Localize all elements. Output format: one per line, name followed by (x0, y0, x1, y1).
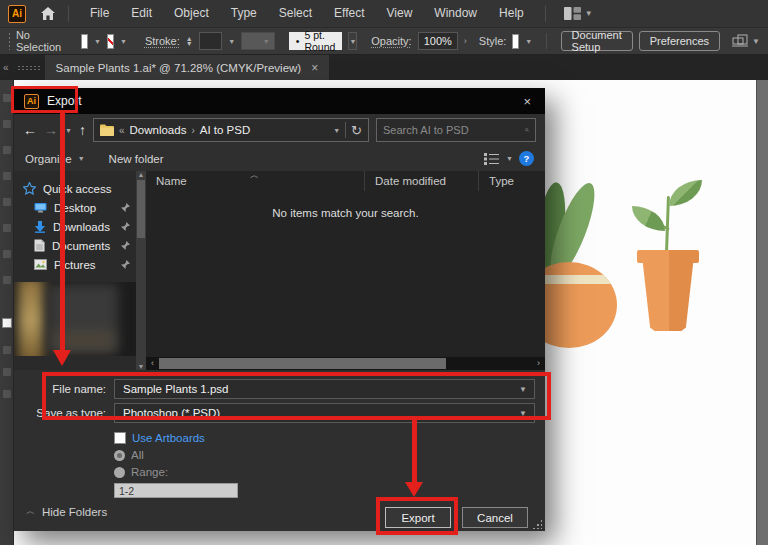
pin-icon[interactable] (121, 241, 130, 250)
menu-object[interactable]: Object (165, 0, 218, 27)
all-radio[interactable] (114, 450, 125, 461)
menu-edit[interactable]: Edit (122, 0, 161, 27)
horizontal-scrollbar[interactable]: ‹ › (146, 357, 545, 370)
illustrator-app-icon[interactable]: Ai (8, 5, 26, 23)
use-artboards-label[interactable]: Use Artboards (132, 432, 205, 444)
stroke-label[interactable]: Stroke: (145, 35, 180, 47)
column-label: Name (156, 175, 187, 187)
forward-button[interactable]: → (44, 122, 58, 138)
up-button[interactable]: ↑ (79, 122, 86, 138)
stroke-weight-stepper[interactable]: ▲▼ (186, 36, 193, 46)
address-dropdown-chevron[interactable]: ▼ (333, 127, 340, 134)
home-icon[interactable] (40, 6, 56, 21)
stroke-color-swatch-none[interactable] (107, 34, 114, 49)
pin-icon[interactable] (121, 222, 130, 231)
search-input[interactable] (383, 124, 525, 136)
chevron-right-icon[interactable]: › (464, 36, 467, 46)
annotation-arrow-line (60, 113, 65, 350)
workspace-switcher-icon[interactable]: ▼ (564, 7, 593, 20)
brush-preview-dot: • (296, 35, 300, 47)
sidebar-item-desktop[interactable]: Desktop (14, 198, 136, 217)
chevron-down-icon[interactable]: ▼ (94, 38, 101, 45)
sidebar-item-documents[interactable]: Documents (14, 236, 136, 255)
menu-select[interactable]: Select (270, 0, 321, 27)
opacity-field[interactable]: 100% (418, 32, 458, 50)
breadcrumb-downloads[interactable]: Downloads (130, 124, 187, 136)
panel-collapse-icon[interactable]: « (3, 62, 9, 73)
scrollbar-thumb[interactable] (137, 180, 145, 238)
chevron-down-icon[interactable]: ▼ (228, 38, 235, 45)
menu-file[interactable]: File (81, 0, 118, 27)
range-label: Range: (131, 466, 168, 478)
chevron-down-icon[interactable]: ▼ (120, 38, 127, 45)
scrollbar-track[interactable] (159, 357, 532, 370)
scroll-up-icon[interactable]: ▲ (138, 171, 145, 178)
opacity-label[interactable]: Opacity: (371, 35, 411, 47)
variable-width-profile-dropdown[interactable]: ▼ (241, 32, 275, 50)
sidebar-item-label: Quick access (43, 183, 130, 195)
preferences-button[interactable]: Preferences (639, 31, 720, 51)
column-header-type[interactable]: Type (478, 171, 545, 191)
refresh-icon[interactable]: ↻ (351, 123, 362, 138)
pin-icon[interactable] (121, 203, 130, 212)
use-artboards-checkbox[interactable] (114, 432, 126, 444)
close-tab-icon[interactable]: × (311, 61, 318, 75)
recent-locations-chevron[interactable]: ▼ (65, 127, 72, 134)
back-button[interactable]: ← (23, 122, 37, 138)
menu-window[interactable]: Window (425, 0, 486, 27)
sidebar-item-quick-access[interactable]: Quick access (14, 179, 136, 198)
fill-color-swatch[interactable] (81, 34, 88, 49)
scroll-right-icon[interactable]: › (532, 357, 545, 370)
menu-view[interactable]: View (378, 0, 422, 27)
resize-grip[interactable] (532, 519, 542, 529)
menu-help[interactable]: Help (490, 0, 533, 27)
search-icon[interactable] (525, 124, 529, 136)
range-input[interactable] (114, 483, 238, 498)
scroll-down-icon[interactable]: ▼ (138, 363, 145, 370)
dialog-content: Quick access Desktop Downloads Documents (14, 171, 545, 370)
style-swatch[interactable] (512, 34, 519, 49)
tab-grip[interactable] (17, 65, 41, 70)
menu-bar: Ai File Edit Object Type Select Effect V… (0, 0, 768, 27)
tools-panel-sliver[interactable] (0, 80, 14, 545)
tool-icon (3, 276, 11, 284)
brush-definition-dropdown[interactable]: • 5 pt. Round (289, 32, 343, 50)
hide-folders-label: Hide Folders (42, 506, 107, 518)
chevron-down-icon[interactable]: ▼ (525, 38, 532, 45)
cancel-button[interactable]: Cancel (462, 507, 528, 528)
range-radio[interactable] (114, 467, 125, 478)
chevron-down-icon[interactable]: ▼ (348, 32, 357, 50)
help-icon[interactable]: ? (519, 151, 534, 166)
breadcrumb-collapse[interactable]: « (119, 125, 125, 136)
stroke-weight-field[interactable] (199, 32, 222, 50)
column-header-date-modified[interactable]: Date modified (364, 171, 478, 191)
hide-folders-button[interactable]: ︿ Hide Folders (26, 505, 107, 518)
plant-illustration-small (627, 180, 709, 335)
search-box[interactable] (376, 118, 536, 142)
export-dialog-titlebar[interactable]: Ai Export × (14, 88, 545, 114)
file-list-header: Name ︿ Date modified Type (146, 171, 545, 191)
view-mode-chevron[interactable]: ▼ (506, 155, 513, 162)
align-options-icon[interactable]: ▼ (732, 34, 760, 48)
scroll-left-icon[interactable]: ‹ (146, 357, 159, 370)
view-mode-icon[interactable] (484, 153, 500, 165)
address-bar[interactable]: « Downloads › AI to PSD ▼ ↻ (93, 118, 369, 142)
menubar-divider (545, 6, 546, 22)
document-setup-button[interactable]: Document Setup (561, 31, 633, 51)
column-header-name[interactable]: Name ︿ (146, 171, 364, 191)
sidebar-item-pictures[interactable]: Pictures (14, 255, 136, 274)
menu-type[interactable]: Type (222, 0, 266, 27)
panel-grip[interactable] (8, 32, 10, 50)
pin-icon[interactable] (121, 260, 130, 269)
breadcrumb-ai-to-psd[interactable]: AI to PSD (200, 124, 251, 136)
sidebar-scrollbar[interactable]: ▲ ▼ (136, 171, 146, 370)
close-dialog-icon[interactable]: × (519, 94, 535, 109)
fill-indicator-swatch[interactable] (2, 318, 12, 328)
chevron-down-icon: ▼ (752, 37, 760, 46)
file-list[interactable]: Name ︿ Date modified Type No items match… (146, 171, 545, 370)
new-folder-button[interactable]: New folder (109, 153, 164, 165)
sidebar-item-downloads[interactable]: Downloads (14, 217, 136, 236)
menu-effect[interactable]: Effect (325, 0, 373, 27)
document-tab[interactable]: Sample Plants 1.ai* @ 71.28% (CMYK/Previ… (45, 55, 330, 80)
scrollbar-thumb[interactable] (159, 358, 446, 369)
